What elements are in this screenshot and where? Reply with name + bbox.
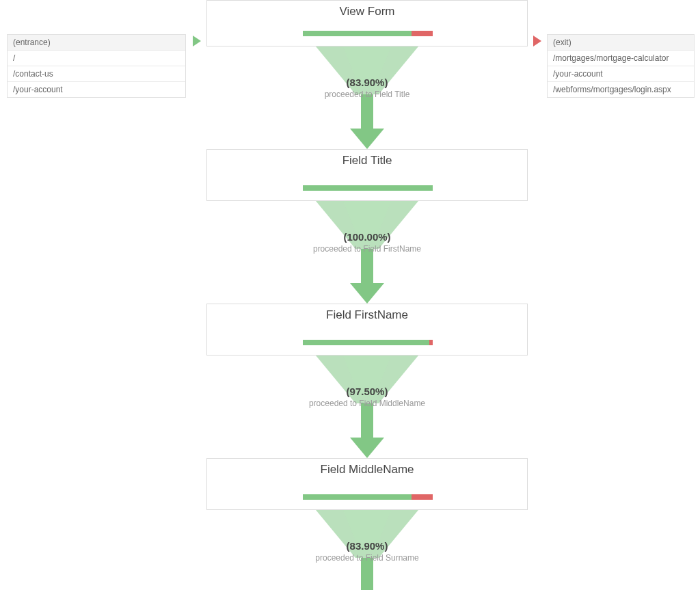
funnel-connector: (83.90%)proceeded to Field Title xyxy=(206,46,528,149)
entrance-arrow-icon xyxy=(193,36,201,46)
entrance-header: (entrance) xyxy=(8,35,185,51)
entrance-path[interactable]: / xyxy=(8,51,185,66)
dropoff-bar xyxy=(412,494,433,500)
proceed-bar xyxy=(303,494,433,500)
funnel-stage[interactable]: Field FirstName xyxy=(206,304,528,356)
proceed-percentage: (100.00%) xyxy=(206,201,528,243)
proceed-percentage: (83.90%) xyxy=(206,46,528,88)
entrance-paths-table: (entrance) / /contact-us /your-account xyxy=(7,34,186,98)
svg-marker-3 xyxy=(350,129,384,149)
funnel-stage[interactable]: View Form xyxy=(206,0,528,46)
proceed-bar xyxy=(303,31,433,36)
proceed-bar xyxy=(303,340,433,345)
proceed-percentage: (97.50%) xyxy=(206,356,528,397)
exit-path[interactable]: /mortgages/mortgage-calculator xyxy=(548,51,694,66)
proceed-caption: proceeded to Field Title xyxy=(206,88,528,99)
stage-title: View Form xyxy=(207,1,527,18)
funnel-stage[interactable]: Field MiddleName xyxy=(206,458,528,510)
stage-title: Field MiddleName xyxy=(207,459,527,477)
entrance-path[interactable]: /contact-us xyxy=(8,66,185,82)
proceed-bar xyxy=(303,185,433,191)
funnel-stage[interactable]: Field Title xyxy=(206,149,528,201)
svg-rect-14 xyxy=(361,558,373,590)
exit-arrow-icon xyxy=(533,36,541,46)
svg-rect-6 xyxy=(361,249,373,283)
proceed-caption: proceeded to Field FirstName xyxy=(206,243,528,254)
proceed-percentage: (83.90%) xyxy=(206,510,528,552)
exit-header: (exit) xyxy=(548,35,694,51)
funnel-connector: (83.90%)proceeded to Field Surname xyxy=(206,510,528,590)
funnel-diagram: (entrance) / /contact-us /your-account (… xyxy=(0,0,700,590)
proceed-caption: proceeded to Field MiddleName xyxy=(206,397,528,408)
stage-title: Field FirstName xyxy=(207,304,527,322)
dropoff-bar xyxy=(412,31,433,36)
svg-marker-11 xyxy=(350,438,384,458)
entrance-path[interactable]: /your-account xyxy=(8,82,185,97)
funnel-connector: (100.00%)proceeded to Field FirstName xyxy=(206,201,528,304)
stage-title: Field Title xyxy=(207,150,527,167)
funnel-connector: (97.50%)proceeded to Field MiddleName xyxy=(206,356,528,458)
svg-rect-10 xyxy=(361,403,373,438)
dropoff-bar xyxy=(429,340,433,345)
svg-marker-7 xyxy=(350,283,384,304)
exit-paths-table: (exit) /mortgages/mortgage-calculator /y… xyxy=(547,34,695,98)
exit-path[interactable]: /your-account xyxy=(548,66,694,82)
exit-path[interactable]: /webforms/mortgages/login.aspx xyxy=(548,82,694,97)
proceed-caption: proceeded to Field Surname xyxy=(206,552,528,563)
svg-rect-2 xyxy=(361,94,373,129)
